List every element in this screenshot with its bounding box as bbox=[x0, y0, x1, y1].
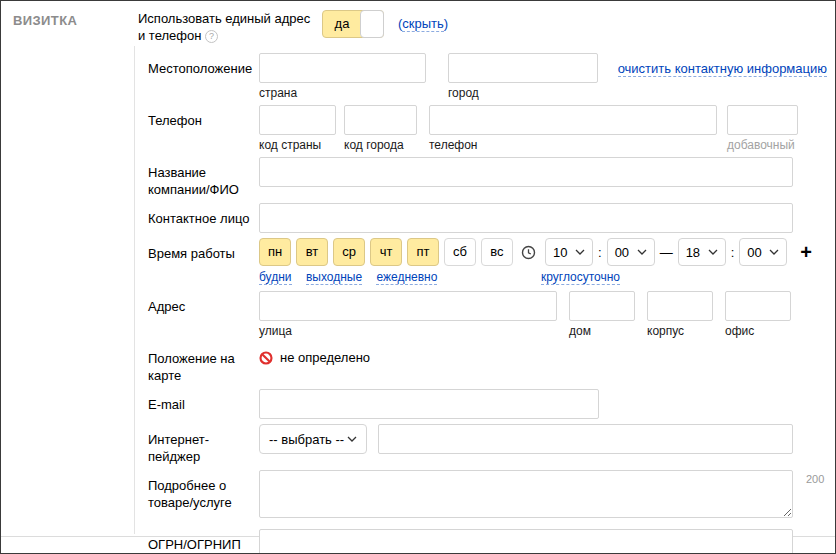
day-button-wed[interactable]: ср bbox=[333, 238, 365, 266]
office-input[interactable] bbox=[725, 291, 791, 321]
day-button-sun[interactable]: вс bbox=[481, 238, 513, 266]
address-label: Адрес bbox=[148, 291, 259, 338]
help-icon[interactable]: ? bbox=[205, 30, 218, 43]
messenger-label: Интернет-пейджер bbox=[148, 424, 259, 465]
preset-daily-link[interactable]: ежедневно bbox=[376, 270, 437, 285]
time-separator: : bbox=[731, 245, 735, 260]
vcard-form-panel: ВИЗИТКА Использовать единый адрес и теле… bbox=[0, 0, 836, 554]
row-work-time: Время работы пн вт ср чт пт сб вс 10 bbox=[148, 238, 829, 286]
day-button-tue[interactable]: вт bbox=[296, 238, 328, 266]
product-details-label: Подробнее о товаре/услуге bbox=[148, 470, 259, 518]
house-caption: дом bbox=[569, 324, 647, 338]
phone-city-code-caption: код города bbox=[344, 138, 429, 152]
phone-number-input[interactable] bbox=[429, 105, 717, 135]
row-product-details: Подробнее о товаре/услуге 200 bbox=[148, 470, 829, 518]
chevron-down-icon bbox=[769, 249, 779, 255]
company-name-input[interactable] bbox=[259, 157, 793, 187]
row-address: Адрес улица дом корпус офис bbox=[148, 291, 829, 338]
street-input[interactable] bbox=[259, 291, 557, 321]
email-input[interactable] bbox=[259, 389, 599, 419]
row-location: Местоположение страна город очистить кон… bbox=[148, 53, 829, 100]
toggle-knob[interactable] bbox=[360, 10, 384, 38]
row-messenger: Интернет-пейджер -- выбрать -- bbox=[148, 424, 829, 465]
row-contact-person: Контактное лицо bbox=[148, 203, 829, 233]
preset-weekend-link[interactable]: выходные bbox=[306, 270, 362, 285]
to-hour-select[interactable]: 18 bbox=[678, 238, 726, 266]
product-details-textarea[interactable] bbox=[259, 470, 793, 518]
day-button-fri[interactable]: пт bbox=[407, 238, 439, 266]
vcard-form-body: Местоположение страна город очистить кон… bbox=[134, 46, 835, 534]
country-input[interactable] bbox=[259, 53, 426, 83]
chevron-down-icon bbox=[347, 436, 357, 442]
phone-country-code-input[interactable] bbox=[259, 105, 336, 135]
from-minute-select[interactable]: 00 bbox=[607, 238, 655, 266]
day-button-sat[interactable]: сб bbox=[444, 238, 476, 266]
row-map-position: Положение на карте не определено bbox=[148, 343, 829, 384]
phone-number-caption: телефон bbox=[429, 138, 727, 152]
country-caption: страна bbox=[259, 86, 448, 100]
hide-link[interactable]: (скрыть) bbox=[398, 10, 448, 31]
section-title: ВИЗИТКА bbox=[13, 10, 138, 28]
messenger-input[interactable] bbox=[378, 424, 793, 454]
day-button-mon[interactable]: пн bbox=[259, 238, 291, 266]
unified-address-toggle[interactable]: да bbox=[322, 10, 384, 38]
city-caption: город bbox=[448, 86, 598, 100]
add-interval-button[interactable]: + bbox=[800, 239, 812, 265]
office-caption: офис bbox=[725, 324, 803, 338]
phone-extension-caption: добавочный bbox=[727, 138, 798, 152]
location-label: Местоположение bbox=[148, 53, 259, 100]
email-label: E-mail bbox=[148, 389, 259, 419]
phone-country-code-caption: код страны bbox=[259, 138, 344, 152]
phone-city-code-input[interactable] bbox=[344, 105, 417, 135]
day-button-thu[interactable]: чт bbox=[370, 238, 402, 266]
work-time-label: Время работы bbox=[148, 238, 259, 286]
round-the-clock-link[interactable]: круглосуточно bbox=[541, 270, 620, 285]
to-minute-select[interactable]: 00 bbox=[739, 238, 787, 266]
company-label: Название компании/ФИО bbox=[148, 157, 259, 198]
chevron-down-icon bbox=[708, 249, 718, 255]
from-hour-select[interactable]: 10 bbox=[545, 238, 593, 266]
street-caption: улица bbox=[259, 324, 569, 338]
building-caption: корпус bbox=[647, 324, 725, 338]
unified-address-label: Использовать единый адрес и телефон ? bbox=[138, 10, 316, 44]
not-allowed-icon bbox=[259, 351, 273, 365]
range-separator: — bbox=[660, 245, 673, 260]
ogrn-input[interactable] bbox=[259, 529, 793, 554]
building-input[interactable] bbox=[647, 291, 713, 321]
chars-left-counter: 200 bbox=[806, 470, 824, 485]
contact-person-label: Контактное лицо bbox=[148, 203, 259, 233]
clear-contact-info-link[interactable]: очистить контактную информацию bbox=[618, 53, 827, 77]
phone-label: Телефон bbox=[148, 105, 259, 152]
toggle-value: да bbox=[323, 11, 361, 37]
chevron-down-icon bbox=[637, 249, 647, 255]
map-position-label: Положение на карте bbox=[148, 343, 259, 384]
clock-icon bbox=[521, 245, 536, 260]
ogrn-label: ОГРН/ОГРНИП ? bbox=[148, 529, 259, 554]
row-email: E-mail bbox=[148, 389, 829, 419]
map-position-status: не определено bbox=[259, 343, 370, 365]
messenger-select[interactable]: -- выбрать -- bbox=[259, 424, 367, 454]
contact-person-input[interactable] bbox=[259, 203, 793, 233]
preset-weekdays-link[interactable]: будни bbox=[259, 270, 292, 285]
house-input[interactable] bbox=[569, 291, 635, 321]
phone-extension-input[interactable] bbox=[727, 105, 798, 135]
row-company: Название компании/ФИО bbox=[148, 157, 829, 198]
row-ogrn: ОГРН/ОГРНИП ? bbox=[148, 529, 829, 554]
row-phone: Телефон код страны код города телефон до… bbox=[148, 105, 829, 152]
chevron-down-icon bbox=[575, 249, 585, 255]
vcard-header: ВИЗИТКА Использовать единый адрес и теле… bbox=[1, 1, 835, 46]
time-separator: : bbox=[598, 245, 602, 260]
city-input[interactable] bbox=[448, 53, 598, 83]
